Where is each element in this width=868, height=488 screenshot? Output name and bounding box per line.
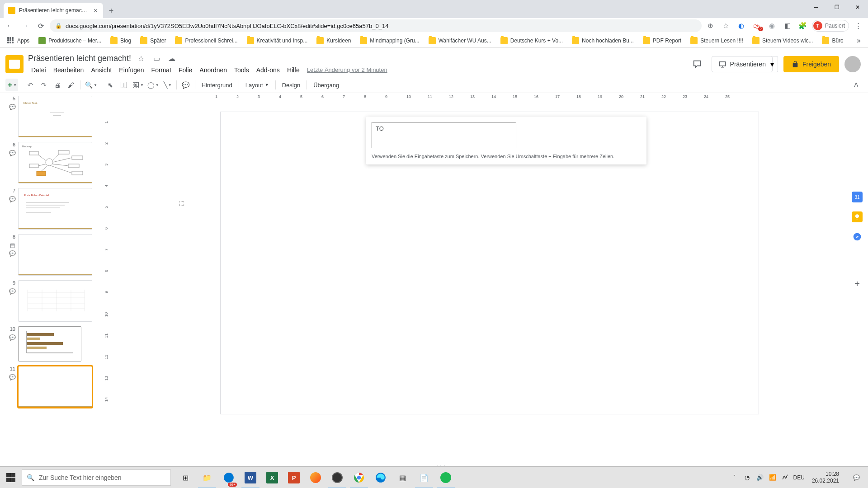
popup-textarea[interactable] [372,122,516,148]
transition-button[interactable]: Übergang [310,79,343,91]
tray-clock[interactable]: 10:28 26.02.2021 [808,471,843,484]
taskbar-spotify[interactable] [435,467,457,488]
bookmark-item[interactable]: Produktsuche – Mer... [35,35,105,46]
extension-icon-4[interactable]: ◧ [781,19,794,32]
slide-filmstrip[interactable]: 5💬 Ich bin Text. 6💬 Mindmap [0,93,103,466]
taskbar-excel[interactable]: X [261,467,283,488]
taskbar-edge[interactable]: 99+ [218,467,240,488]
layout-button[interactable]: Layout▼ [242,79,273,91]
save-status[interactable]: Letzte Änderung vor 2 Minuten [304,65,391,75]
present-dropdown[interactable]: ▾ [767,56,778,72]
taskbar-obs[interactable] [326,467,348,488]
window-maximize-button[interactable]: ❐ [826,0,847,14]
comment-indicator-icon[interactable]: 💬 [9,104,15,110]
bookmark-item[interactable]: Kreativität und Insp... [243,35,311,46]
extension-icon-2[interactable]: 🛍2 [750,19,763,32]
comment-indicator-icon[interactable]: 💬 [9,250,15,257]
paint-format-button[interactable]: 🖌 [65,79,77,91]
comment-indicator-icon[interactable]: 💬 [9,150,15,156]
collapse-toolbar-icon[interactable]: ᐱ [850,79,863,91]
forward-button[interactable]: → [19,19,32,32]
taskbar-chrome[interactable] [348,467,370,488]
slides-logo-icon[interactable] [5,55,24,73]
taskbar-notepad[interactable]: 📄 [413,467,435,488]
image-tool[interactable]: 🖼▼ [131,79,145,91]
textbox-tool[interactable]: 🅃 [118,79,130,91]
redo-button[interactable]: ↷ [38,79,50,91]
star-icon[interactable]: ☆ [720,19,732,32]
menu-insert[interactable]: Einfügen [116,65,147,75]
print-button[interactable]: 🖨 [51,79,64,91]
taskbar-app-2[interactable]: ▦ [392,467,413,488]
comments-button[interactable] [688,55,706,73]
comment-indicator-icon[interactable]: 💬 [9,374,15,380]
comment-indicator-icon[interactable]: 💬 [9,288,15,295]
note-indicator-icon[interactable]: ▤ [9,242,15,249]
line-tool[interactable]: ╲▼ [161,79,174,91]
undo-button[interactable]: ↶ [24,79,37,91]
taskbar-word[interactable]: W [240,467,261,488]
menu-edit[interactable]: Bearbeiten [50,65,87,75]
menu-slide[interactable]: Folie [175,65,195,75]
window-minimize-button[interactable]: ─ [806,0,826,14]
add-addon-button[interactable]: + [852,278,863,289]
tray-chevron-icon[interactable]: ˄ [730,473,739,482]
slide-thumb-10[interactable] [18,326,81,361]
menu-tools[interactable]: Tools [231,65,252,75]
extensions-menu-icon[interactable]: 🧩 [797,19,809,32]
share-button[interactable]: Freigeben [783,56,839,72]
slide-canvas[interactable]: Verwenden Sie die Eingabetaste zum Speic… [221,112,759,414]
star-icon[interactable]: ☆ [136,53,146,64]
menu-addons[interactable]: Add-ons [253,65,283,75]
taskbar-powerpoint[interactable]: P [283,467,305,488]
bookmark-item[interactable]: Noch hochladen Bu... [568,35,637,46]
task-view-button[interactable]: ⊞ [175,467,196,488]
bookmark-item[interactable]: Wahlfächer WU Aus... [425,35,495,46]
bookmark-item[interactable]: PDF Report [639,35,685,46]
slide-thumb-11[interactable] [18,366,92,408]
tray-location-icon[interactable]: ◔ [743,473,752,482]
profile-chip[interactable]: T Pausiert [812,20,849,32]
slide-thumb-9[interactable] [18,280,92,322]
taskbar-app-1[interactable] [305,467,326,488]
new-slide-button[interactable]: +▼ [5,79,18,91]
bookmark-item[interactable]: Mindmapping (Gru... [356,35,423,46]
address-bar[interactable]: 🔒 docs.google.com/presentation/d/1yV372S… [50,19,702,32]
bookmark-item[interactable]: Später [137,35,170,46]
comment-indicator-icon[interactable]: 💬 [9,196,15,202]
menu-format[interactable]: Format [148,65,175,75]
menu-arrange[interactable]: Anordnen [196,65,230,75]
bookmark-item[interactable]: Deutsche Kurs + Vo... [497,35,566,46]
bookmark-item[interactable]: Büro [818,35,847,46]
tray-battery-icon[interactable]: 🗲 [781,473,790,482]
slide-thumb-6[interactable]: Mindmap [18,142,92,183]
chrome-menu-icon[interactable]: ⋮ [852,19,864,32]
menu-view[interactable]: Ansicht [88,65,115,75]
menu-file[interactable]: Datei [28,65,49,75]
taskbar-search[interactable]: 🔍 Zur Suche Text hier eingeben [22,469,171,486]
slide-thumb-7[interactable]: Erste Folie - Beispiel [18,188,92,230]
taskbar-edge-2[interactable] [370,467,392,488]
tray-language[interactable]: DEU [793,474,805,481]
tray-wifi-icon[interactable]: 📶 [768,473,777,482]
design-button[interactable]: Design [278,79,304,91]
notification-center-button[interactable]: 💬 [846,467,866,488]
comment-tool[interactable]: 💬 [179,79,192,91]
extension-icon-1[interactable]: ◐ [735,19,748,32]
bookmark-apps[interactable]: Apps [4,35,33,46]
move-icon[interactable]: ▭ [151,53,162,64]
browser-tab[interactable]: Präsentieren leicht gemacht! - G × [4,3,103,18]
user-avatar-icon[interactable] [844,56,861,72]
select-tool[interactable]: ⬉ [104,79,117,91]
background-button[interactable]: Hintergrund [198,79,236,91]
bookmarks-overflow-icon[interactable]: » [853,37,864,45]
bookmark-item[interactable]: Kursideen [313,35,354,46]
keep-addon-icon[interactable] [852,211,863,222]
cloud-saved-icon[interactable]: ☁ [166,53,177,64]
tray-volume-icon[interactable]: 🔊 [755,473,764,482]
window-close-button[interactable]: ✕ [847,0,868,14]
zoom-icon[interactable]: ⊕ [704,19,717,32]
extension-icon-3[interactable]: ◉ [766,19,778,32]
calendar-addon-icon[interactable]: 31 [852,192,863,202]
reload-button[interactable]: ⟳ [34,19,47,32]
